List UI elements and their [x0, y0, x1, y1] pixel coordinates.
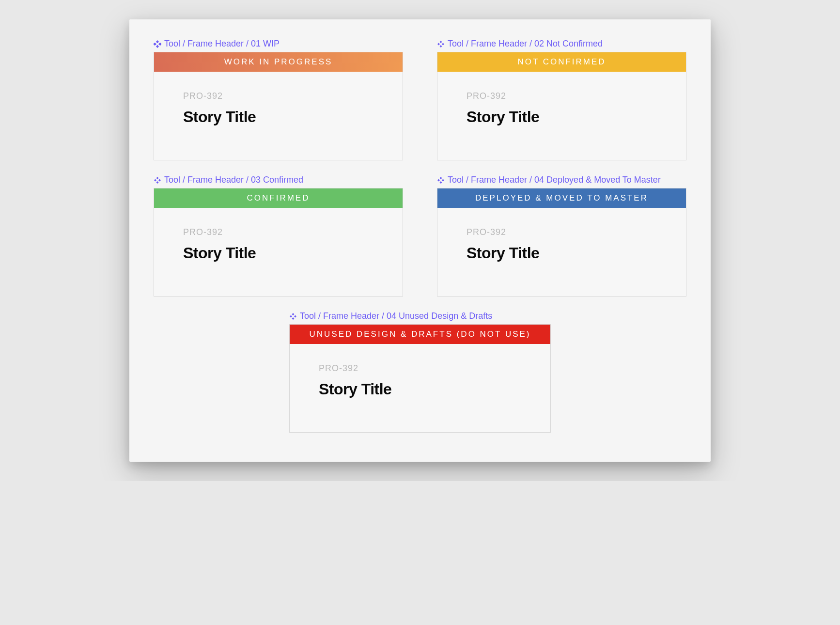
component-icon	[437, 40, 445, 48]
component-label: Tool / Frame Header / 04 Unused Design &…	[289, 311, 551, 321]
card-body: PRO-392 Story Title	[437, 208, 686, 296]
component-label-text: Tool / Frame Header / 02 Not Confirmed	[448, 39, 603, 49]
card: NOT CONFIRMED PRO-392 Story Title	[437, 52, 686, 160]
component-icon	[437, 176, 445, 184]
component-label-text: Tool / Frame Header / 04 Deployed & Move…	[448, 175, 661, 185]
story-title: Story Title	[183, 244, 373, 262]
card-body: PRO-392 Story Title	[154, 72, 403, 160]
card: DEPLOYED & MOVED TO MASTER PRO-392 Story…	[437, 188, 686, 297]
card-header: DEPLOYED & MOVED TO MASTER	[437, 188, 686, 208]
component-not-confirmed[interactable]: Tool / Frame Header / 02 Not Confirmed N…	[437, 39, 686, 160]
component-confirmed[interactable]: Tool / Frame Header / 03 Confirmed CONFI…	[154, 175, 403, 297]
card: CONFIRMED PRO-392 Story Title	[154, 188, 403, 297]
story-id: PRO-392	[467, 227, 657, 237]
card-header: CONFIRMED	[154, 188, 403, 208]
story-title: Story Title	[467, 108, 657, 126]
story-title: Story Title	[319, 380, 521, 398]
story-id: PRO-392	[183, 227, 373, 237]
card-header: NOT CONFIRMED	[437, 52, 686, 72]
component-label-text: Tool / Frame Header / 03 Confirmed	[164, 175, 303, 185]
card-body: PRO-392 Story Title	[154, 208, 403, 296]
component-icon	[289, 312, 297, 320]
bottom-row: Tool / Frame Header / 04 Unused Design &…	[154, 311, 686, 433]
card: WORK IN PROGRESS PRO-392 Story Title	[154, 52, 403, 160]
component-wip[interactable]: Tool / Frame Header / 01 WIP WORK IN PRO…	[154, 39, 403, 160]
component-label: Tool / Frame Header / 02 Not Confirmed	[437, 39, 686, 49]
card-body: PRO-392 Story Title	[437, 72, 686, 160]
story-title: Story Title	[467, 244, 657, 262]
component-icon	[154, 40, 161, 48]
story-id: PRO-392	[183, 91, 373, 101]
card: UNUSED DESIGN & DRAFTS (DO NOT USE) PRO-…	[289, 324, 551, 433]
component-label: Tool / Frame Header / 01 WIP	[154, 39, 403, 49]
component-label-text: Tool / Frame Header / 01 WIP	[164, 39, 280, 49]
component-label: Tool / Frame Header / 03 Confirmed	[154, 175, 403, 185]
story-id: PRO-392	[467, 91, 657, 101]
component-icon	[154, 176, 161, 184]
top-grid: Tool / Frame Header / 01 WIP WORK IN PRO…	[154, 39, 686, 297]
component-deployed[interactable]: Tool / Frame Header / 04 Deployed & Move…	[437, 175, 686, 297]
component-unused[interactable]: Tool / Frame Header / 04 Unused Design &…	[289, 311, 551, 433]
component-label-text: Tool / Frame Header / 04 Unused Design &…	[300, 311, 492, 321]
design-canvas: Tool / Frame Header / 01 WIP WORK IN PRO…	[129, 19, 711, 462]
card-header: UNUSED DESIGN & DRAFTS (DO NOT USE)	[290, 325, 550, 344]
story-title: Story Title	[183, 108, 373, 126]
card-body: PRO-392 Story Title	[290, 344, 550, 432]
component-label: Tool / Frame Header / 04 Deployed & Move…	[437, 175, 686, 185]
card-header: WORK IN PROGRESS	[154, 52, 403, 72]
story-id: PRO-392	[319, 363, 521, 374]
